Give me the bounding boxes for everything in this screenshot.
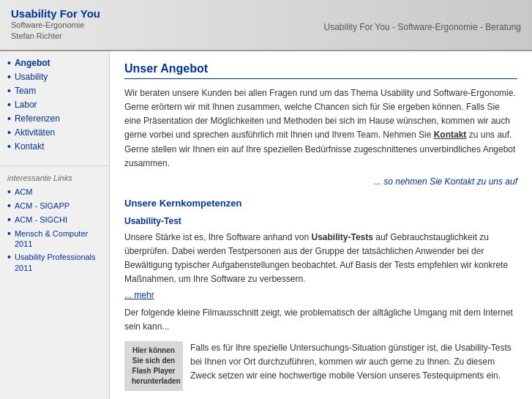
sidebar-nav-link[interactable]: Labor — [15, 100, 37, 110]
sidebar-link[interactable]: ACM - SIGAPP — [15, 201, 70, 211]
sidebar-nav-link[interactable]: Usability — [15, 72, 48, 82]
sidebar-nav-link[interactable]: Aktivitäten — [15, 127, 55, 138]
sidebar-nav-link[interactable]: Angebot — [15, 58, 50, 68]
nav-section: AngebotUsabilityTeamLaborReferenzenAktiv… — [0, 51, 109, 166]
header: Usability For You Software-Ergonomie Ste… — [0, 0, 532, 51]
links-section: interessante Links ACMACM - SIGAPPACM - … — [0, 166, 109, 283]
sidebar-nav-item: Angebot — [7, 57, 102, 69]
flash-box: Hier können Sie sich den Flash Player he… — [124, 341, 183, 391]
flash-text: Falls es für Ihre spezielle Untersuchung… — [183, 341, 517, 391]
subtitle-line1: Software-Ergonomie — [11, 20, 84, 29]
sidebar-link-item: Mensch & Computer 2011 — [7, 228, 102, 250]
sidebar-nav-item: Aktivitäten — [7, 127, 102, 138]
header-tagline: Usability For You - Software-Ergonomie -… — [324, 22, 521, 32]
sidebar-link-item: ACM - SIGAPP — [7, 201, 102, 212]
header-left: Usability For You Software-Ergonomie Ste… — [11, 7, 128, 42]
content-area: Unser Angebot Wir beraten unsere Kunden … — [110, 51, 532, 399]
sidebar: AngebotUsabilityTeamLaborReferenzenAktiv… — [0, 51, 110, 399]
sidebar-link[interactable]: ACM — [15, 187, 32, 197]
header-right: Usability For You - Software-Ergonomie -… — [128, 7, 521, 32]
usability-test-text: Unsere Stärke ist es, Ihre Software anha… — [124, 231, 517, 287]
sidebar-nav-item: Team — [7, 85, 102, 97]
sidebar-nav-link[interactable]: Referenzen — [15, 113, 60, 124]
sidebar-link[interactable]: Mensch & Computer 2011 — [15, 228, 102, 250]
sidebar-nav-item: Kontakt — [7, 141, 102, 152]
links-list: ACMACM - SIGAPPACM - SIGCHIMensch & Comp… — [7, 187, 102, 273]
links-label: interessante Links — [7, 174, 102, 182]
sidebar-link[interactable]: Usability Professionals 2011 — [15, 252, 102, 273]
sidebar-nav-item: Labor — [7, 99, 102, 111]
subtitle-line2: Stefan Richter — [11, 31, 62, 40]
flash-container: Hier können Sie sich den Flash Player he… — [124, 341, 517, 391]
content-title: Unser Angebot — [124, 62, 517, 79]
sidebar-nav-item: Referenzen — [7, 113, 102, 124]
content-intro: Wir beraten unsere Kunden bei allen Frag… — [124, 86, 517, 171]
more-link[interactable]: ... mehr — [124, 290, 154, 300]
sidebar-link-item: ACM - SIGCHI — [7, 215, 102, 225]
content-cta: ... so nehmen Sie Kontakt zu uns auf — [124, 176, 517, 187]
sidebar-link[interactable]: ACM - SIGCHI — [15, 215, 67, 225]
film-text: Der folgende kleine Filmausschnitt zeigt… — [124, 306, 517, 334]
sidebar-nav-link[interactable]: Kontakt — [15, 141, 45, 152]
main-container: AngebotUsabilityTeamLaborReferenzenAktiv… — [0, 51, 532, 399]
bold-usability: Usability-Tests — [311, 232, 372, 242]
sidebar-nav-item: Usability — [7, 71, 102, 83]
sidebar-nav-link[interactable]: Team — [15, 86, 36, 96]
usability-test-title: Usability-Test — [124, 216, 517, 226]
site-title: Usability For You — [11, 7, 128, 20]
kontakt-link[interactable]: Kontakt — [434, 130, 467, 140]
sidebar-link-item: Usability Professionals 2011 — [7, 252, 102, 273]
core-title: Unsere Kernkompetenzen — [124, 198, 517, 209]
nav-list: AngebotUsabilityTeamLaborReferenzenAktiv… — [7, 57, 102, 152]
cta-link[interactable]: ... so nehmen Sie Kontakt zu uns auf — [374, 176, 517, 187]
sidebar-link-item: ACM — [7, 187, 102, 198]
site-subtitle: Software-Ergonomie Stefan Richter — [11, 20, 128, 42]
